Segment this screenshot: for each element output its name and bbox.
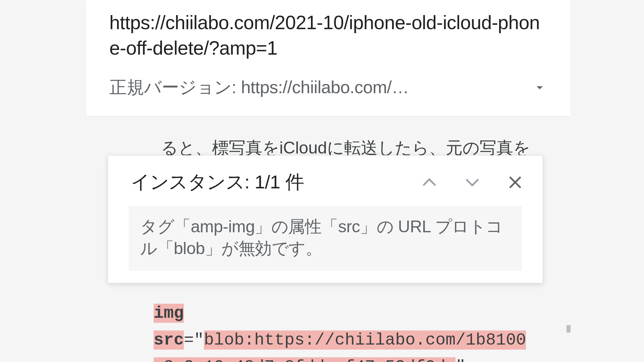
code-val-line1: blob:https://chiilabo.com/1b8100 — [204, 330, 526, 350]
close-icon[interactable] — [507, 174, 523, 190]
instance-title: インスタンス: 1/1 件 — [131, 170, 421, 195]
code-val-line2: c8-3e10-48d7-8fdd-af47e53df9da — [154, 357, 455, 362]
page-url: https://chiilabo.com/2021-10/iphone-old-… — [109, 10, 547, 61]
code-quote-close: " — [455, 357, 466, 362]
url-info-panel: https://chiilabo.com/2021-10/iphone-old-… — [86, 0, 571, 116]
scrollbar-thumb[interactable] — [567, 325, 571, 333]
canonical-version-text: 正規バージョン: https://chiilabo.com/… — [109, 76, 409, 99]
chevron-down-icon[interactable] — [530, 78, 549, 97]
instance-nav-controls — [421, 174, 523, 190]
code-eq: = — [184, 330, 194, 350]
code-attr: src — [154, 330, 184, 350]
code-area: img src="blob:https://chiilabo.com/1b810… — [154, 300, 571, 362]
chevron-up-icon[interactable] — [421, 177, 437, 187]
instance-popup: インスタンス: 1/1 件 タグ「amp-img」の属性「src」の URL プ… — [108, 155, 543, 283]
canonical-row[interactable]: 正規バージョン: https://chiilabo.com/… — [109, 76, 547, 99]
code-quote-open: " — [194, 330, 204, 350]
chevron-down-icon[interactable] — [464, 177, 480, 187]
instance-header: インスタンス: 1/1 件 — [108, 156, 543, 206]
error-message: タグ「amp-img」の属性「src」の URL プロトコル「blob」が無効で… — [129, 206, 522, 271]
code-tag: img — [154, 304, 184, 323]
